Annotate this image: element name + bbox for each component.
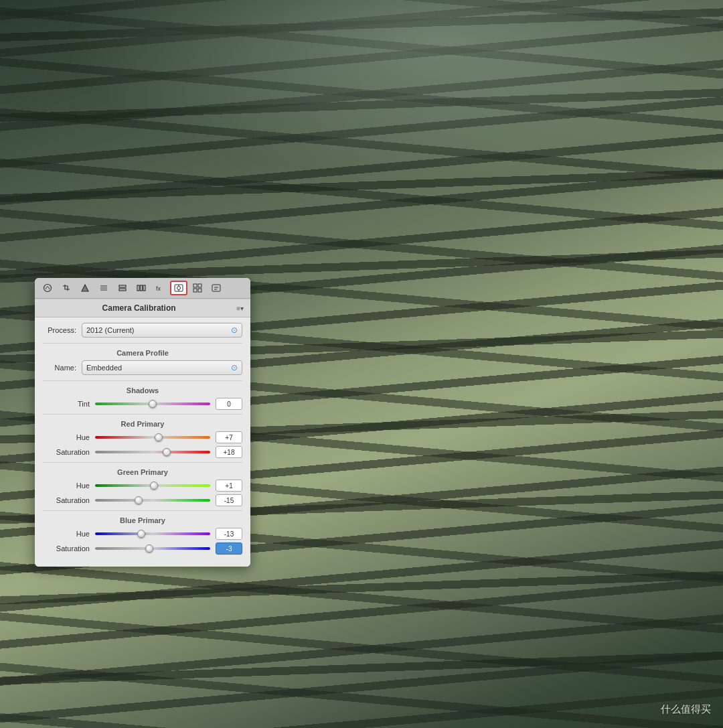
blue-hue-row: Hue -13 xyxy=(43,528,242,540)
red-hue-thumb[interactable] xyxy=(155,433,163,441)
toolbar-snapshots-icon[interactable] xyxy=(208,281,225,295)
green-sat-slider[interactable] xyxy=(95,496,210,505)
shadows-tint-slider[interactable] xyxy=(95,399,210,409)
blue-hue-thumb[interactable] xyxy=(137,530,145,538)
svg-rect-4 xyxy=(119,285,126,287)
shadows-tint-thumb[interactable] xyxy=(149,400,157,408)
divider-3 xyxy=(43,414,242,415)
green-sat-thumb[interactable] xyxy=(135,496,143,504)
name-select-arrow: ⊙ xyxy=(231,363,238,372)
red-hue-slider[interactable] xyxy=(95,433,210,442)
shadows-tint-value: 0 xyxy=(216,398,242,410)
section-header: Camera Calibration ≡▾ xyxy=(35,299,250,317)
watermark-text: 什么值得买 xyxy=(661,703,711,715)
divider-1 xyxy=(43,343,242,344)
blue-hue-track xyxy=(95,532,210,535)
blue-hue-value: -13 xyxy=(216,528,242,540)
green-hue-label: Hue xyxy=(43,482,90,490)
toolbar-presets-icon[interactable] xyxy=(189,281,206,295)
svg-rect-15 xyxy=(198,284,202,287)
green-hue-row: Hue +1 xyxy=(43,480,242,492)
process-select[interactable]: 2012 (Current) ⊙ xyxy=(82,323,242,338)
name-select[interactable]: Embedded ⊙ xyxy=(82,360,242,375)
name-row: Name: Embedded ⊙ xyxy=(43,360,242,375)
red-sat-label: Saturation xyxy=(43,448,90,456)
section-menu-icon[interactable]: ≡▾ xyxy=(236,305,244,312)
toolbar-crop-icon[interactable] xyxy=(58,281,75,295)
svg-point-11 xyxy=(177,287,181,290)
shadows-label: Shadows xyxy=(43,386,242,394)
blue-sat-value: -3 xyxy=(216,542,242,555)
green-hue-slider[interactable] xyxy=(95,481,210,490)
svg-rect-7 xyxy=(141,285,143,291)
blue-sat-slider[interactable] xyxy=(95,544,210,553)
green-sat-track xyxy=(95,499,210,502)
svg-rect-16 xyxy=(193,289,197,292)
process-select-arrow: ⊙ xyxy=(231,325,238,335)
svg-text:fx: fx xyxy=(156,285,161,292)
svg-rect-17 xyxy=(198,289,202,292)
svg-point-0 xyxy=(44,285,52,292)
red-primary-label: Red Primary xyxy=(43,420,242,428)
divider-2 xyxy=(43,380,242,381)
toolbar-histogram-icon[interactable] xyxy=(39,281,56,295)
panel-content: Process: 2012 (Current) ⊙ Camera Profile… xyxy=(35,317,250,567)
toolbar-calibration-icon[interactable] xyxy=(170,281,187,295)
blue-primary-label: Blue Primary xyxy=(43,516,242,524)
camera-profile-label: Camera Profile xyxy=(43,349,242,357)
blue-sat-thumb[interactable] xyxy=(145,544,153,553)
process-label: Process: xyxy=(43,326,76,334)
blue-sat-row: Saturation -3 xyxy=(43,542,242,555)
toolbar-hsl-icon[interactable] xyxy=(95,281,112,295)
svg-rect-14 xyxy=(193,284,197,287)
green-sat-value: -15 xyxy=(216,494,242,506)
blue-hue-slider[interactable] xyxy=(95,529,210,538)
toolbar: fx xyxy=(35,278,250,299)
red-sat-thumb[interactable] xyxy=(163,448,171,456)
red-hue-track xyxy=(95,436,210,439)
name-value: Embedded xyxy=(86,364,122,372)
green-hue-value: +1 xyxy=(216,480,242,492)
section-title: Camera Calibration xyxy=(42,303,236,313)
process-row: Process: 2012 (Current) ⊙ xyxy=(43,323,242,338)
toolbar-effects-icon[interactable]: fx xyxy=(151,281,169,295)
shadows-tint-label: Tint xyxy=(43,400,90,408)
red-sat-row: Saturation +18 xyxy=(43,446,242,458)
toolbar-lens-icon[interactable] xyxy=(133,281,150,295)
svg-rect-5 xyxy=(119,289,126,291)
divider-5 xyxy=(43,510,242,511)
red-hue-label: Hue xyxy=(43,433,90,441)
blue-hue-label: Hue xyxy=(43,530,90,538)
camera-calibration-panel: fx xyxy=(35,278,250,567)
name-label: Name: xyxy=(43,364,76,372)
divider-4 xyxy=(43,462,242,463)
bottom-spacer xyxy=(43,557,242,561)
watermark: 什么值得买 xyxy=(661,703,711,716)
green-primary-label: Green Primary xyxy=(43,468,242,476)
svg-rect-18 xyxy=(212,285,220,291)
red-hue-row: Hue +7 xyxy=(43,431,242,443)
toolbar-detail-icon[interactable] xyxy=(114,281,131,295)
red-sat-value: +18 xyxy=(216,446,242,458)
red-sat-track xyxy=(95,451,210,453)
green-hue-thumb[interactable] xyxy=(150,482,158,490)
red-sat-slider[interactable] xyxy=(95,447,210,457)
shadows-tint-row: Tint 0 xyxy=(43,398,242,410)
green-sat-label: Saturation xyxy=(43,496,90,504)
sky-overlay xyxy=(0,0,723,201)
toolbar-exposure-icon[interactable] xyxy=(76,281,94,295)
blue-sat-label: Saturation xyxy=(43,544,90,553)
red-hue-value: +7 xyxy=(216,431,242,443)
green-sat-row: Saturation -15 xyxy=(43,494,242,506)
svg-rect-6 xyxy=(137,285,139,291)
svg-rect-8 xyxy=(143,285,145,291)
process-value: 2012 (Current) xyxy=(86,326,135,334)
